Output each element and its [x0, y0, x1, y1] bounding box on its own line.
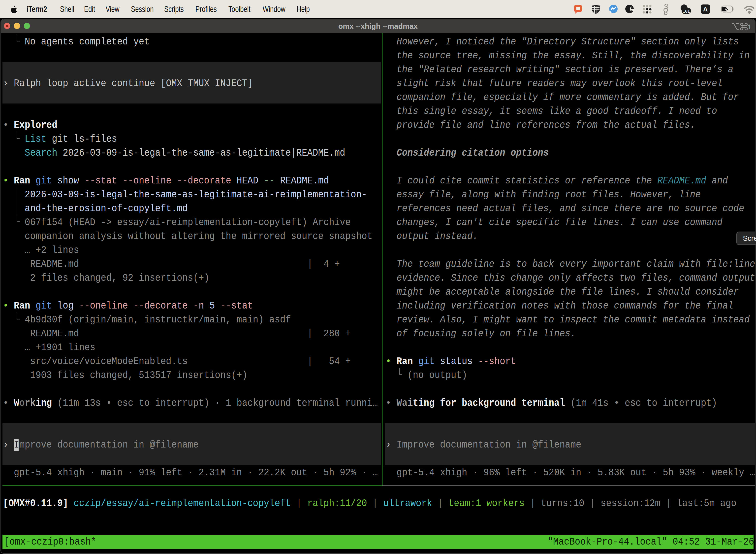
svg-text:A: A	[703, 5, 708, 13]
svg-text:1: 1	[748, 23, 752, 31]
svg-text:..61: ..61	[683, 9, 690, 14]
